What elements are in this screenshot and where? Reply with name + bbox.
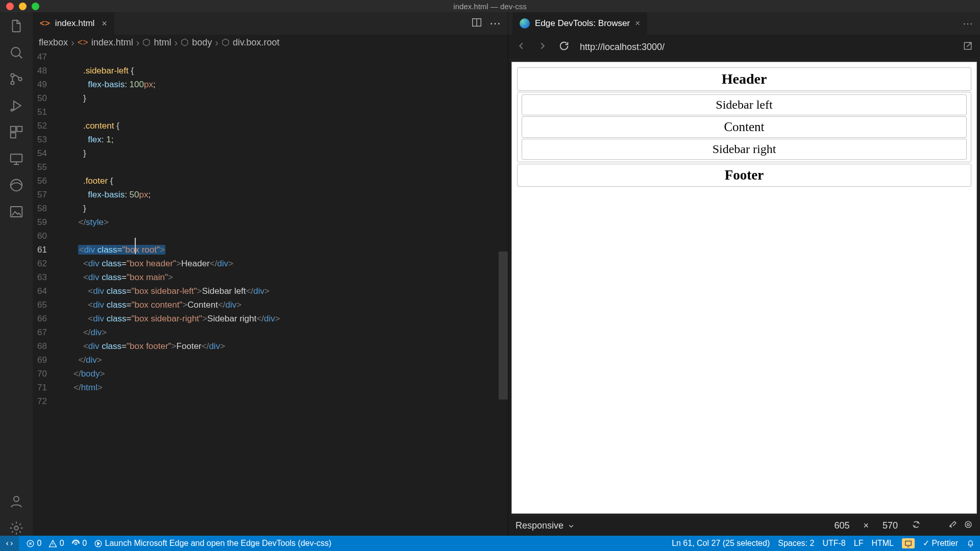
extensions-icon[interactable]	[9, 124, 24, 140]
explorer-icon[interactable]	[9, 18, 24, 34]
notifications-icon[interactable]	[966, 539, 975, 548]
code-line[interactable]: 62 <div class="box header">Header</div>	[33, 257, 508, 270]
code-line[interactable]: 61 <div class="box root">	[33, 243, 508, 257]
svg-point-2	[11, 81, 14, 84]
browser-viewport[interactable]: Header Sidebar left Content Sidebar righ…	[511, 62, 977, 514]
accounts-icon[interactable]	[9, 494, 24, 509]
settings-gear-icon[interactable]	[9, 520, 24, 536]
devtools-more-icon[interactable]: ⋯	[963, 17, 976, 30]
svg-point-12	[14, 526, 18, 530]
code-line[interactable]: 60	[33, 229, 508, 243]
indentation[interactable]: Spaces: 2	[778, 539, 814, 548]
remote-explorer-icon[interactable]	[9, 151, 24, 166]
code-editor[interactable]: 47 48 .sidebar-left {49 flex-basis: 100p…	[33, 50, 508, 536]
code-line[interactable]: 57 flex-basis: 50px;	[33, 188, 508, 202]
viewport-height[interactable]: 570	[875, 520, 905, 531]
split-editor-icon[interactable]	[471, 17, 482, 31]
maximize-window-icon[interactable]	[32, 3, 39, 10]
remote-indicator[interactable]	[0, 536, 19, 551]
tab-index-html[interactable]: <> index.html ×	[33, 12, 115, 35]
close-window-icon[interactable]	[6, 3, 14, 10]
close-devtools-tab-icon[interactable]: ×	[635, 18, 640, 29]
open-external-icon[interactable]	[963, 41, 973, 54]
cursor-position[interactable]: Ln 61, Col 27 (25 selected)	[672, 539, 770, 548]
svg-point-15	[965, 521, 971, 528]
code-line[interactable]: 48 .sidebar-left {	[33, 64, 508, 78]
code-line[interactable]: 47	[33, 50, 508, 64]
code-line[interactable]: 53 flex: 1;	[33, 133, 508, 146]
editor-group: <> index.html × ⋯ flexbox <> index.html …	[33, 12, 508, 536]
eol[interactable]: LF	[854, 539, 864, 548]
screencast-icon[interactable]	[948, 520, 958, 532]
language-mode[interactable]: HTML	[871, 539, 894, 548]
code-line[interactable]: 59 </style>	[33, 215, 508, 229]
svg-point-3	[18, 78, 21, 81]
errors-count[interactable]: 0	[26, 539, 41, 548]
url-bar[interactable]: http://localhost:3000/	[580, 42, 952, 53]
tab-label: index.html	[55, 18, 94, 29]
minimize-window-icon[interactable]	[19, 3, 27, 10]
edge-tools-icon[interactable]	[9, 178, 24, 193]
code-line[interactable]: 52 .content {	[33, 119, 508, 133]
svg-rect-7	[11, 133, 16, 138]
svg-rect-8	[11, 154, 22, 162]
code-line[interactable]: 71</html>	[33, 381, 508, 394]
run-debug-icon[interactable]	[9, 98, 24, 113]
ports-count[interactable]: 0	[71, 539, 87, 548]
more-actions-icon[interactable]: ⋯	[489, 17, 501, 30]
devtools-tab[interactable]: Edge DevTools: Browser ×	[512, 12, 647, 35]
editor-tabs: <> index.html × ⋯	[33, 12, 508, 35]
crumb-file[interactable]: index.html	[91, 37, 133, 48]
code-line[interactable]: 55	[33, 160, 508, 174]
crumb-body[interactable]: body	[192, 37, 212, 48]
encoding[interactable]: UTF-8	[822, 539, 845, 548]
code-line[interactable]: 65 <div class="box content">Content</div…	[33, 298, 508, 312]
crumb-folder[interactable]: flexbox	[39, 37, 68, 48]
svg-point-4	[11, 109, 13, 111]
code-line[interactable]: 67 </div>	[33, 325, 508, 339]
edge-logo-icon	[520, 18, 530, 29]
nav-forward-icon[interactable]	[537, 40, 548, 54]
devtools-panel: Edge DevTools: Browser × ⋯ http://localh…	[508, 12, 980, 536]
html-file-icon: <>	[40, 18, 50, 29]
breadcrumbs[interactable]: flexbox <> index.html ⬡ html ⬡ body ⬡ di…	[33, 35, 508, 50]
screencast-status-icon[interactable]	[902, 538, 915, 548]
source-control-icon[interactable]	[9, 71, 24, 87]
svg-point-0	[11, 47, 20, 57]
code-line[interactable]: 51	[33, 105, 508, 119]
rotate-icon[interactable]	[912, 520, 921, 532]
preview-footer: Footer	[517, 164, 971, 187]
viewport-width[interactable]: 605	[826, 520, 857, 531]
search-icon[interactable]	[9, 45, 24, 60]
warnings-count[interactable]: 0	[48, 539, 64, 548]
code-line[interactable]: 58 }	[33, 202, 508, 215]
svg-rect-20	[905, 541, 911, 546]
crumb-html[interactable]: html	[154, 37, 171, 48]
code-line[interactable]: 69 </div>	[33, 353, 508, 367]
devtools-tab-title: Edge DevTools: Browser	[535, 18, 630, 29]
scrollbar-thumb[interactable]	[499, 252, 508, 399]
code-line[interactable]: 72	[33, 394, 508, 408]
code-line[interactable]: 50 }	[33, 91, 508, 105]
image-preview-icon[interactable]	[9, 204, 24, 219]
code-line[interactable]: 54 }	[33, 146, 508, 160]
code-line[interactable]: 64 <div class="box sidebar-left">Sidebar…	[33, 284, 508, 298]
close-tab-icon[interactable]: ×	[102, 18, 107, 29]
svg-point-16	[967, 523, 970, 526]
code-line[interactable]: 70</body>	[33, 367, 508, 381]
prettier-status[interactable]: ✓ Prettier	[923, 538, 958, 548]
nav-back-icon[interactable]	[516, 40, 527, 54]
code-line[interactable]: 66 <div class="box sidebar-right">Sideba…	[33, 312, 508, 325]
crumb-div[interactable]: div.box.root	[233, 37, 280, 48]
code-line[interactable]: 68 <div class="box footer">Footer</div>	[33, 339, 508, 353]
window-titlebar: index.html — dev-css	[0, 0, 980, 12]
code-line[interactable]: 56 .footer {	[33, 174, 508, 188]
html-file-icon: <>	[78, 37, 88, 48]
devtools-footer: Responsive 605 × 570	[508, 515, 980, 536]
code-line[interactable]: 49 flex-basis: 100px;	[33, 78, 508, 91]
code-line[interactable]: 63 <div class="box main">	[33, 270, 508, 284]
inspect-icon[interactable]	[964, 520, 973, 532]
reload-icon[interactable]	[558, 40, 570, 54]
device-select[interactable]: Responsive	[516, 520, 576, 531]
launch-task[interactable]: Launch Microsoft Edge and open the Edge …	[94, 539, 331, 548]
